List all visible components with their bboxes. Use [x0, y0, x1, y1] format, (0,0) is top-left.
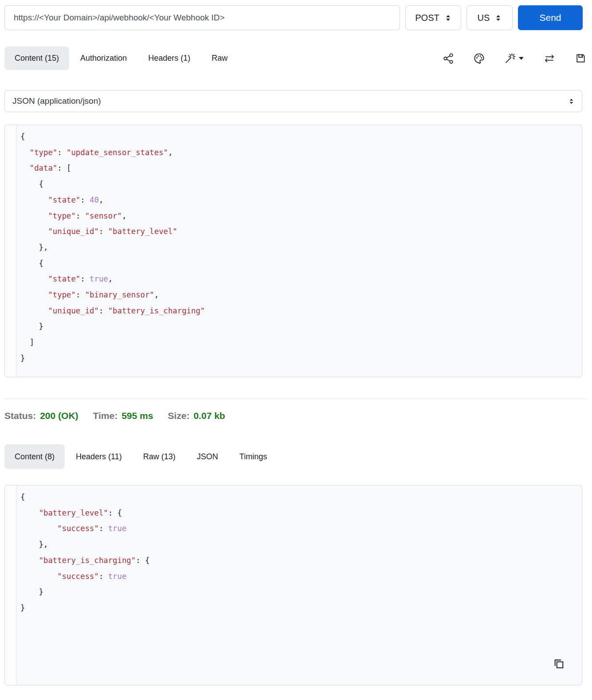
- tab-request-headers[interactable]: Headers (1): [138, 47, 200, 70]
- locale-value: US: [478, 13, 490, 23]
- time-value: 595 ms: [122, 411, 153, 421]
- status-value: 200 (OK): [40, 411, 78, 421]
- tab-response-raw[interactable]: Raw (13): [133, 444, 186, 469]
- caret-down-icon: [518, 56, 524, 60]
- request-tabs: Content (15) Authorization Headers (1) R…: [4, 47, 238, 70]
- locale-select[interactable]: US: [467, 5, 513, 30]
- tab-request-content[interactable]: Content (15): [4, 47, 69, 70]
- share-icon[interactable]: [443, 53, 454, 64]
- body-type-value: JSON (application/json): [12, 96, 101, 106]
- tab-response-json[interactable]: JSON: [187, 444, 228, 469]
- send-button[interactable]: Send: [518, 5, 583, 30]
- size-label: Size:: [168, 411, 189, 421]
- response-body-viewer: { "battery_level": { "success": true }, …: [4, 485, 582, 685]
- swap-arrows-icon[interactable]: [543, 53, 556, 64]
- updown-caret-icon: [445, 14, 451, 22]
- request-tabs-row: Content (15) Authorization Headers (1) R…: [0, 47, 592, 70]
- magic-wand-icon[interactable]: [504, 52, 524, 64]
- toolbar: [443, 52, 587, 64]
- editor-gutter: [5, 125, 16, 377]
- response-tabs: Content (8) Headers (11) Raw (13) JSON T…: [4, 444, 277, 469]
- tab-request-raw[interactable]: Raw: [201, 47, 238, 70]
- time-label: Time:: [93, 411, 118, 421]
- url-input[interactable]: [4, 5, 400, 30]
- status-label: Status:: [4, 411, 36, 421]
- section-divider: [4, 399, 588, 399]
- size-value: 0.07 kb: [193, 411, 225, 421]
- tab-response-timings[interactable]: Timings: [229, 444, 277, 469]
- method-select[interactable]: POST: [405, 5, 461, 30]
- updown-caret-icon: [495, 14, 502, 22]
- response-status-bar: Status: 200 (OK) Time: 595 ms Size: 0.07…: [4, 411, 592, 421]
- request-bar: POST US Send: [0, 0, 592, 30]
- api-tester-app: POST US Send Content (15) Authorization …: [0, 0, 592, 700]
- response-tabs-row: Content (8) Headers (11) Raw (13) JSON T…: [0, 444, 592, 469]
- palette-icon[interactable]: [473, 52, 485, 64]
- body-type-select[interactable]: JSON (application/json): [4, 90, 582, 112]
- save-icon[interactable]: [575, 52, 587, 64]
- tab-response-content[interactable]: Content (8): [4, 444, 65, 469]
- viewer-gutter: [5, 485, 16, 685]
- tab-authorization[interactable]: Authorization: [70, 47, 137, 70]
- updown-caret-icon: [568, 98, 574, 105]
- response-body-code: { "battery_level": { "success": true }, …: [16, 485, 582, 685]
- copy-icon[interactable]: [552, 657, 566, 673]
- request-body-code: { "type": "update_sensor_states", "data"…: [16, 125, 582, 377]
- request-body-editor[interactable]: { "type": "update_sensor_states", "data"…: [4, 125, 582, 377]
- method-value: POST: [415, 13, 439, 23]
- tab-response-headers[interactable]: Headers (11): [66, 444, 132, 469]
